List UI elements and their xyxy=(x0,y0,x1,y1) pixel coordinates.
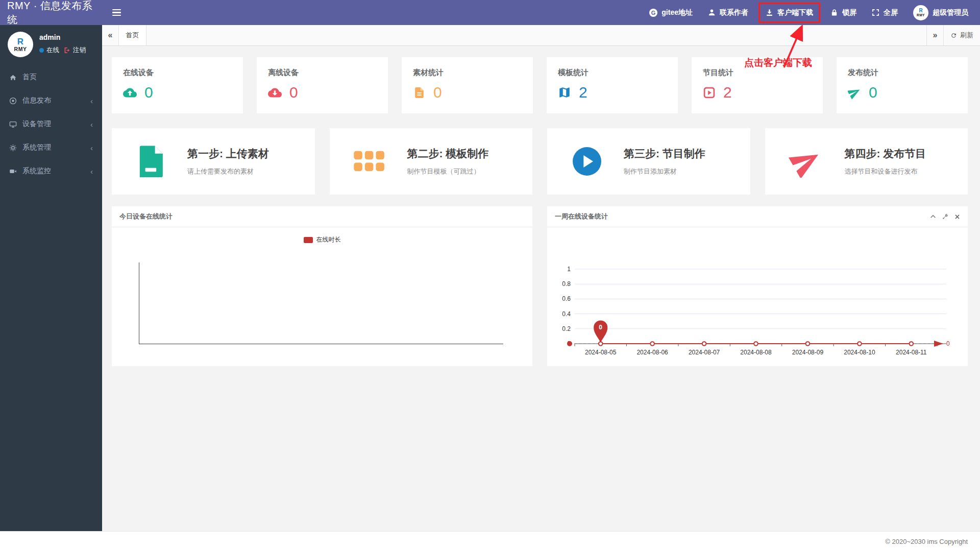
fullscreen-icon xyxy=(872,9,879,16)
sidebar: R RMY admin 在线 注销 xyxy=(0,25,102,531)
step-card-template-make[interactable]: 第二步: 模板制作 制作节目模板（可跳过） xyxy=(330,128,533,195)
tab-home[interactable]: 首页 xyxy=(119,25,146,45)
navbar-right-group: G gitee地址 联系作者 客户端下载 xyxy=(642,0,980,25)
step-subtitle: 制作节目添加素材 xyxy=(624,167,705,176)
step-title: 第四步: 发布节目 xyxy=(845,147,926,161)
refresh-button[interactable]: 刷新 xyxy=(943,25,980,45)
map-icon xyxy=(558,86,571,99)
step-card-upload-material[interactable]: 第一步: 上传素材 请上传需要发布的素材 xyxy=(112,128,315,195)
nav-item-contact-author[interactable]: 联系作者 xyxy=(700,0,756,25)
sidebar-item-label: 首页 xyxy=(22,73,37,82)
legend-label: 在线时长 xyxy=(316,235,341,244)
nav-item-label: 联系作者 xyxy=(720,8,748,17)
nav-item-gitee[interactable]: G gitee地址 xyxy=(642,0,700,25)
svg-text:2024-08-11: 2024-08-11 xyxy=(896,349,927,356)
panel-title: 一周在线设备统计 xyxy=(555,212,608,221)
step-card-publish-program[interactable]: 第四步: 发布节目 选择节目和设备进行发布 xyxy=(765,128,968,195)
avatar-logo-initial: R xyxy=(919,8,922,13)
user-status-row: 在线 注销 xyxy=(39,46,86,55)
y-tick-labels: 1 0.8 0.6 0.4 0.2 0 xyxy=(562,266,571,347)
sidebar-item-device-manage[interactable]: 设备管理 ‹ xyxy=(0,112,102,136)
wrench-icon[interactable] xyxy=(942,213,948,220)
publish-icon xyxy=(9,97,17,105)
step-card-program-make[interactable]: 第三步: 节目制作 制作节目添加素材 xyxy=(547,128,750,195)
monitor-icon xyxy=(9,167,17,175)
avatar-logo-text: RMY xyxy=(917,14,925,17)
nav-item-lock-screen[interactable]: 锁屏 xyxy=(823,0,864,25)
sidebar-item-system-monitor[interactable]: 系统监控 ‹ xyxy=(0,159,102,183)
tabs-scroll-left-button[interactable]: « xyxy=(102,25,119,45)
cloud-down-icon xyxy=(268,86,282,100)
svg-text:1: 1 xyxy=(567,266,571,273)
sidebar-item-home[interactable]: 首页 xyxy=(0,65,102,89)
step-title: 第三步: 节目制作 xyxy=(624,147,705,161)
stat-card-materials: 素材统计 0 xyxy=(402,57,533,113)
copyright-text: © 2020~2030 ims Copyright xyxy=(885,538,968,545)
svg-text:G: G xyxy=(651,10,656,16)
cloud-up-icon xyxy=(123,86,137,100)
legend-swatch xyxy=(304,237,313,243)
panel-title: 今日设备在线统计 xyxy=(119,212,173,221)
svg-text:2024-08-05: 2024-08-05 xyxy=(585,349,617,356)
sidebar-toggle-button[interactable] xyxy=(112,9,121,16)
stat-card-title: 素材统计 xyxy=(413,68,522,78)
svg-text:2024-08-10: 2024-08-10 xyxy=(844,349,875,356)
charts-row: 今日设备在线统计 在线时长 一周在线设备统计 xyxy=(112,206,968,366)
today-online-chart: 在线时长 xyxy=(112,227,532,366)
top-navbar: RMY · 信息发布系统 G gitee地址 联系作者 xyxy=(0,0,980,25)
svg-text:2024-08-06: 2024-08-06 xyxy=(636,349,668,356)
device-icon xyxy=(9,121,17,128)
svg-text:0.6: 0.6 xyxy=(562,295,571,302)
stat-card-value: 0 xyxy=(144,85,153,100)
document-icon xyxy=(135,145,167,178)
file-icon xyxy=(413,86,426,99)
app-brand: RMY · 信息发布系统 xyxy=(0,0,102,27)
annotation-arrow xyxy=(761,23,842,75)
step-title: 第一步: 上传素材 xyxy=(187,147,269,161)
home-icon xyxy=(9,74,17,81)
sidebar-item-system-manage[interactable]: 系统管理 ‹ xyxy=(0,136,102,159)
gitee-icon: G xyxy=(649,9,657,17)
mark-point-pin: 0 xyxy=(594,320,607,343)
nav-item-fullscreen[interactable]: 全屏 xyxy=(864,0,905,25)
sidebar-item-info-publish[interactable]: 信息发布 ‹ xyxy=(0,89,102,112)
user-icon xyxy=(708,9,716,16)
svg-text:2024-08-07: 2024-08-07 xyxy=(689,349,720,356)
panel-week-online: 一周在线设备统计 xyxy=(547,206,968,366)
user-info: admin 在线 注销 xyxy=(39,32,86,63)
settings-icon xyxy=(9,144,17,152)
svg-text:2024-08-09: 2024-08-09 xyxy=(792,349,824,356)
user-name: admin xyxy=(39,33,86,41)
collapse-icon[interactable] xyxy=(930,213,936,220)
chevron-left-icon: ‹ xyxy=(90,120,93,129)
panel-header: 一周在线设备统计 xyxy=(547,206,968,227)
nav-item-label: 全屏 xyxy=(884,8,898,17)
nav-item-client-download[interactable]: 客户端下载 xyxy=(758,3,820,23)
stat-card-title: 发布统计 xyxy=(848,68,957,78)
panel-header: 今日设备在线统计 xyxy=(112,206,532,227)
refresh-icon xyxy=(950,32,957,39)
line-chart: 1 0.8 0.6 0.4 0.2 0 2024-08-05 2024-08-0… xyxy=(547,227,968,366)
nav-item-label: 客户端下载 xyxy=(777,8,813,17)
chart-legend[interactable]: 在线时长 xyxy=(112,235,532,244)
nav-item-label: 超级管理员 xyxy=(933,8,968,17)
sidebar-item-label: 设备管理 xyxy=(22,119,51,129)
download-icon xyxy=(766,9,773,16)
nav-item-profile[interactable]: R RMY 超级管理员 xyxy=(905,0,976,25)
week-online-chart: 1 0.8 0.6 0.4 0.2 0 2024-08-05 2024-08-0… xyxy=(547,227,968,366)
close-icon[interactable] xyxy=(954,214,960,220)
stat-card-value: 0 xyxy=(433,85,442,100)
tab-bar: « 首页 » 刷新 xyxy=(102,25,980,46)
play-circle-icon xyxy=(571,145,603,178)
stat-card-title: 在线设备 xyxy=(123,68,232,78)
sidebar-item-label: 信息发布 xyxy=(22,96,51,105)
logout-link[interactable]: 注销 xyxy=(73,46,86,55)
tabs-scroll-right-button[interactable]: » xyxy=(926,25,943,45)
svg-text:2024-08-08: 2024-08-08 xyxy=(740,349,772,356)
x-tick-labels: 2024-08-05 2024-08-06 2024-08-07 2024-08… xyxy=(585,349,927,356)
step-subtitle: 制作节目模板（可跳过） xyxy=(407,167,489,176)
stat-card-value: 2 xyxy=(723,85,732,100)
step-cards-row: 第一步: 上传素材 请上传需要发布的素材 第二步: 模板制 xyxy=(112,128,968,195)
stat-card-title: 模板统计 xyxy=(558,68,667,78)
svg-text:0.8: 0.8 xyxy=(562,280,571,288)
